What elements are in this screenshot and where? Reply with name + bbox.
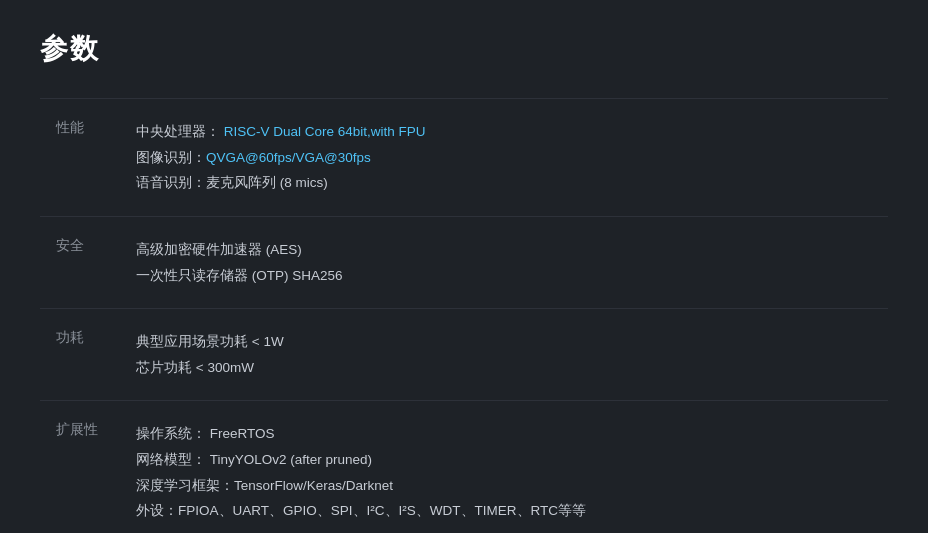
params-table: 性能中央处理器： RISC-V Dual Core 64bit,with FPU… xyxy=(40,98,888,533)
param-line: 操作系统： FreeRTOS xyxy=(136,421,872,447)
param-line: 芯片功耗 < 300mW xyxy=(136,355,872,381)
param-line-prefix: 图像识别： xyxy=(136,150,206,165)
table-row: 扩展性操作系统： FreeRTOS网络模型： TinyYOLOv2 (after… xyxy=(40,401,888,533)
param-line: 典型应用场景功耗 < 1W xyxy=(136,329,872,355)
page-title: 参数 xyxy=(40,30,888,68)
param-line: 网络模型： TinyYOLOv2 (after pruned) xyxy=(136,447,872,473)
param-line: 语音识别：麦克风阵列 (8 mics) xyxy=(136,170,872,196)
param-line: 外设：FPIOA、UART、GPIO、SPI、I²C、I²S、WDT、TIMER… xyxy=(136,498,872,524)
param-line: 中央处理器： RISC-V Dual Core 64bit,with FPU xyxy=(136,119,872,145)
param-content: 高级加密硬件加速器 (AES)一次性只读存储器 (OTP) SHA256 xyxy=(120,216,888,308)
param-line: 一次性只读存储器 (OTP) SHA256 xyxy=(136,263,872,289)
param-content: 中央处理器： RISC-V Dual Core 64bit,with FPU图像… xyxy=(120,99,888,217)
table-row: 性能中央处理器： RISC-V Dual Core 64bit,with FPU… xyxy=(40,99,888,217)
param-line-highlight: RISC-V Dual Core 64bit,with FPU xyxy=(224,124,426,139)
param-line-highlight: QVGA@60fps/VGA@30fps xyxy=(206,150,371,165)
param-line: 高级加密硬件加速器 (AES) xyxy=(136,237,872,263)
param-label: 扩展性 xyxy=(40,401,120,533)
param-label: 安全 xyxy=(40,216,120,308)
param-line-prefix: 中央处理器： xyxy=(136,124,224,139)
param-line: 深度学习框架：TensorFlow/Keras/Darknet xyxy=(136,473,872,499)
param-content: 操作系统： FreeRTOS网络模型： TinyYOLOv2 (after pr… xyxy=(120,401,888,533)
param-label: 性能 xyxy=(40,99,120,217)
param-label: 功耗 xyxy=(40,309,120,401)
param-line: 图像识别：QVGA@60fps/VGA@30fps xyxy=(136,145,872,171)
param-content: 典型应用场景功耗 < 1W芯片功耗 < 300mW xyxy=(120,309,888,401)
table-row: 功耗典型应用场景功耗 < 1W芯片功耗 < 300mW xyxy=(40,309,888,401)
table-row: 安全高级加密硬件加速器 (AES)一次性只读存储器 (OTP) SHA256 xyxy=(40,216,888,308)
